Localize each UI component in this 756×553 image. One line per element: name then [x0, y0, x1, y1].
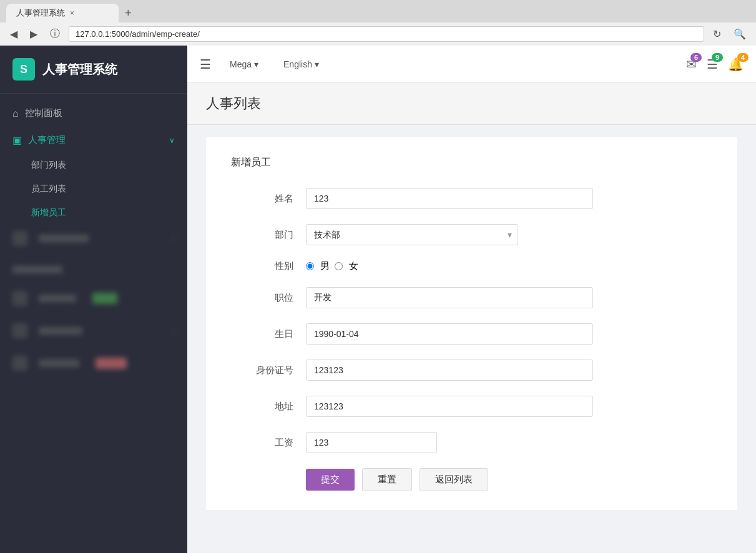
sidebar-blurred-section-1: ›	[0, 225, 187, 252]
form-actions: 提交 重置 返回列表	[306, 468, 712, 491]
language-chevron: ▾	[315, 59, 319, 69]
dashboard-label: 控制面板	[25, 107, 62, 119]
back-button[interactable]: ◀	[6, 27, 21, 41]
id-field-wrapper	[306, 360, 712, 381]
language-selector[interactable]: English ▾	[277, 56, 325, 73]
new-tab-button[interactable]: +	[119, 4, 138, 22]
position-input[interactable]	[306, 287, 593, 308]
birthday-label: 生日	[231, 328, 306, 340]
gender-field-wrapper: 男 女	[306, 260, 712, 272]
gender-radio-group: 男 女	[306, 260, 712, 272]
info-button[interactable]: ⓘ	[46, 26, 64, 42]
name-input[interactable]	[306, 188, 593, 209]
notifications-list-button[interactable]: ☰ 9	[707, 57, 718, 72]
name-label: 姓名	[231, 193, 306, 205]
language-label: English	[283, 59, 312, 69]
name-field-wrapper	[306, 188, 712, 209]
blurred-chevron-1: ›	[172, 234, 175, 243]
form-row-gender: 性别 男 女	[231, 260, 712, 272]
back-to-list-button[interactable]: 返回列表	[420, 468, 488, 491]
salary-input[interactable]	[306, 432, 437, 453]
top-navbar: ☰ Mega ▾ English ▾ ✉ 6 ☰ 9 🔔	[187, 46, 756, 83]
refresh-button[interactable]: ↻	[709, 27, 725, 41]
forward-button[interactable]: ▶	[26, 27, 41, 41]
blurred-icon-1	[12, 231, 27, 246]
page-title: 人事列表	[206, 94, 737, 113]
submit-button[interactable]: 提交	[306, 469, 355, 491]
blurred-text-4	[39, 327, 82, 335]
dept-field-wrapper: 技术部 销售部 市场部 人事部 ▾	[306, 224, 712, 245]
form-row-name: 姓名	[231, 188, 712, 209]
sidebar-blurred-section-5	[0, 350, 187, 377]
blurred-badge-3	[92, 293, 117, 304]
dept-select[interactable]: 技术部 销售部 市场部 人事部	[306, 224, 518, 245]
tab-bar: 人事管理系统 × +	[0, 0, 756, 22]
mega-menu-button[interactable]: Mega ▾	[223, 56, 265, 73]
address-input[interactable]	[306, 396, 593, 417]
gender-male-label: 男	[320, 260, 330, 272]
blurred-badge-5	[96, 358, 127, 369]
salary-label: 工资	[231, 437, 306, 449]
sidebar-item-add-employee[interactable]: 新增员工	[0, 201, 187, 225]
main-content: ☰ Mega ▾ English ▾ ✉ 6 ☰ 9 🔔	[187, 46, 756, 553]
sidebar-item-dept-list[interactable]: 部门列表	[0, 154, 187, 177]
blurred-text-1	[39, 235, 89, 242]
mail-badge: 6	[690, 53, 702, 62]
page-header: 人事列表	[187, 83, 756, 125]
form-row-dept: 部门 技术部 销售部 市场部 人事部 ▾	[231, 224, 712, 245]
sidebar: S 人事管理系统 ⌂ 控制面板 ▣ 人事管理 ∨ 部门列表 员	[0, 46, 187, 553]
gender-male-radio[interactable]	[306, 262, 314, 270]
address-field-wrapper	[306, 396, 712, 417]
hr-management-chevron: ∨	[169, 136, 175, 145]
active-tab[interactable]: 人事管理系统 ×	[6, 4, 119, 22]
position-field-wrapper	[306, 287, 712, 308]
dept-select-wrapper: 技术部 销售部 市场部 人事部 ▾	[306, 224, 518, 245]
blurred-chevron-4: ›	[172, 326, 175, 335]
form-row-address: 地址	[231, 396, 712, 417]
sidebar-sub-menu: 部门列表 员工列表 新增员工	[0, 154, 187, 225]
mail-button[interactable]: ✉ 6	[686, 57, 697, 72]
list-badge: 9	[712, 53, 723, 62]
gender-female-radio[interactable]	[335, 262, 343, 270]
blurred-text-5	[39, 360, 79, 367]
sidebar-blurred-section-2	[0, 260, 187, 280]
mega-chevron: ▾	[254, 59, 258, 69]
salary-field-wrapper	[306, 432, 712, 453]
blurred-icon-5	[12, 356, 27, 371]
hr-management-label: 人事管理	[28, 134, 66, 146]
add-employee-label: 新增员工	[31, 207, 66, 218]
position-label: 职位	[231, 292, 306, 304]
app-layout: S 人事管理系统 ⌂ 控制面板 ▣ 人事管理 ∨ 部门列表 员	[0, 46, 756, 553]
navbar-icon-group: ✉ 6 ☰ 9 🔔 4	[686, 57, 744, 72]
form-row-salary: 工资	[231, 432, 712, 453]
sidebar-blurred-section-3	[0, 285, 187, 312]
url-input[interactable]	[69, 26, 704, 42]
form-row-birthday: 生日	[231, 323, 712, 345]
bell-button[interactable]: 🔔 4	[728, 57, 744, 72]
sidebar-navigation: ⌂ 控制面板 ▣ 人事管理 ∨ 部门列表 员工列表 新增员工	[0, 94, 187, 553]
hr-management-icon: ▣	[12, 134, 22, 146]
tab-title: 人事管理系统	[16, 7, 65, 19]
address-bar: ◀ ▶ ⓘ ↻ 🔍	[0, 22, 756, 46]
gender-label: 性别	[231, 260, 306, 272]
sidebar-item-employee-list[interactable]: 员工列表	[0, 177, 187, 201]
reset-button[interactable]: 重置	[362, 468, 412, 491]
blurred-text-2	[12, 266, 62, 273]
blurred-icon-4	[12, 323, 27, 338]
form-section-title: 新增员工	[231, 156, 712, 169]
browser-search-button[interactable]: 🔍	[730, 27, 750, 41]
sidebar-logo-text: 人事管理系统	[42, 61, 117, 78]
sidebar-item-hr-management[interactable]: ▣ 人事管理 ∨	[0, 127, 187, 154]
tab-close-button[interactable]: ×	[70, 9, 74, 17]
sidebar-item-dashboard[interactable]: ⌂ 控制面板	[0, 100, 187, 127]
id-input[interactable]	[306, 360, 593, 381]
dept-list-label: 部门列表	[31, 160, 66, 171]
blurred-icon-3	[12, 291, 27, 306]
page-content: 人事列表 新增员工 姓名 部门 技术部	[187, 83, 756, 553]
form-container: 新增员工 姓名 部门 技术部 销售部	[206, 137, 737, 510]
hamburger-button[interactable]: ☰	[200, 57, 211, 72]
browser-chrome: 人事管理系统 × + ◀ ▶ ⓘ ↻ 🔍	[0, 0, 756, 46]
logo-letter: S	[20, 63, 27, 76]
birthday-field-wrapper	[306, 323, 712, 345]
birthday-input[interactable]	[306, 323, 593, 345]
